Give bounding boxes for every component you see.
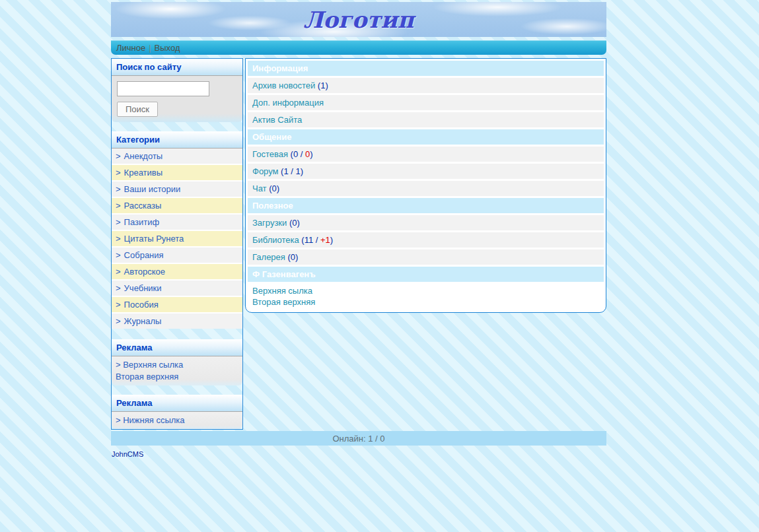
online-status: Онлайн: 1 / 0 <box>332 434 384 444</box>
menu-item-row: Гостевая (0 / 0) <box>248 147 604 162</box>
category-link[interactable]: >Собрания <box>112 248 242 263</box>
section-header-useful: Полезное <box>248 198 604 213</box>
menu-item-row: Библиотека (11 / +1) <box>248 232 604 248</box>
item-count: ) <box>310 149 312 159</box>
ads-bottom-block: > Нижняя ссылка <box>112 412 242 429</box>
chevron-prefix: > <box>116 168 121 178</box>
section-header-info: Информация <box>248 61 604 76</box>
page-container: Логотип Личное | Выход Поиск по сайту По… <box>111 0 606 459</box>
chevron-prefix: > <box>116 201 121 211</box>
category-link[interactable]: >Рассказы <box>112 198 242 213</box>
item-count: (0) <box>287 218 300 228</box>
ad-link[interactable]: > Верхняя сылка <box>116 359 238 371</box>
menu-item-row: Архив новостей (1) <box>248 78 604 93</box>
category-link[interactable]: >Креативы <box>112 165 242 180</box>
main-menu: Информация Архив новостей (1) Доп. инфор… <box>245 58 606 313</box>
category-label: Креативы <box>124 168 163 178</box>
chevron-prefix: > <box>116 267 121 277</box>
online-status-bar: Онлайн: 1 / 0 <box>111 431 606 446</box>
ad-link[interactable]: > Нижняя ссылка <box>116 415 238 426</box>
category-label: Анекдоты <box>124 151 163 161</box>
search-input[interactable] <box>117 81 209 96</box>
item-count: (11 / <box>299 235 320 245</box>
category-link[interactable]: >Ваши истории <box>112 182 242 197</box>
item-count: (1 / 1) <box>279 166 304 176</box>
menu-link[interactable]: Архив новостей <box>252 81 315 90</box>
menu-item-row: Форум (1 / 1) <box>248 164 604 179</box>
menu-link[interactable]: Библиотека <box>252 235 299 245</box>
item-count: (1) <box>315 81 328 90</box>
category-label: Собрания <box>124 250 164 260</box>
ads-top-block: > Верхняя сылка Вторая верхняя <box>112 356 242 385</box>
menu-link[interactable]: Актив Сайта <box>252 115 302 125</box>
category-label: Учебники <box>124 283 162 293</box>
nav-link-personal[interactable]: Личное <box>116 43 145 53</box>
category-link[interactable]: >Пазитиф <box>112 215 242 230</box>
item-count: ) <box>330 235 333 245</box>
menu-link[interactable]: Доп. информация <box>252 98 324 108</box>
bottom-links-block: Верхняя сылка Вторая верхняя <box>248 284 604 310</box>
menu-link[interactable]: Чат <box>252 183 267 193</box>
johncms-link[interactable]: JohnCMS <box>112 450 143 458</box>
menu-link[interactable]: Загрузки <box>252 218 287 228</box>
ads-top-title: Реклама <box>112 339 242 356</box>
search-section-title: Поиск по сайту <box>112 59 242 76</box>
category-link[interactable]: >Пособия <box>112 297 242 312</box>
menu-link[interactable]: Форум <box>252 166 279 176</box>
chevron-prefix: > <box>116 283 121 293</box>
ad-link[interactable]: Вторая верхняя <box>116 371 238 383</box>
section-header-custom: Ф Газенвагенъ <box>248 267 604 282</box>
chevron-prefix: > <box>116 217 121 227</box>
category-link[interactable]: >Авторское <box>112 264 242 279</box>
categories-section-title: Категории <box>112 131 242 149</box>
content-columns: Поиск по сайту Поиск Категории >Анекдоты… <box>111 58 606 430</box>
menu-link[interactable]: Гостевая <box>252 149 288 159</box>
category-label: Ваши истории <box>124 184 181 194</box>
menu-item-row: Доп. информация <box>248 95 604 110</box>
menu-link[interactable]: Галерея <box>252 252 285 262</box>
categories-list: >Анекдоты >Креативы >Ваши истории >Расск… <box>112 149 242 329</box>
menu-item-row: Галерея (0) <box>248 249 604 265</box>
chevron-prefix: > <box>116 184 121 194</box>
chevron-prefix: > <box>116 234 121 244</box>
category-label: Авторское <box>124 267 165 277</box>
category-link[interactable]: >Цитаты Рунета <box>112 231 242 246</box>
category-link[interactable]: >Анекдоты <box>112 149 242 164</box>
section-header-communication: Общение <box>248 129 604 145</box>
sidebar: Поиск по сайту Поиск Категории >Анекдоты… <box>111 58 243 430</box>
nav-link-logout[interactable]: Выход <box>155 43 180 53</box>
item-count: (0) <box>285 252 299 262</box>
search-box: Поиск <box>112 76 242 122</box>
chevron-prefix: > <box>116 151 121 161</box>
bottom-link[interactable]: Верхняя сылка <box>252 285 599 296</box>
category-label: Цитаты Рунета <box>124 234 184 244</box>
top-nav: Личное | Выход <box>111 40 606 55</box>
menu-item-row: Актив Сайта <box>248 112 604 127</box>
site-logo: Логотип <box>303 7 414 33</box>
chevron-prefix: > <box>116 250 121 260</box>
chevron-prefix: > <box>116 316 121 326</box>
category-label: Рассказы <box>124 201 162 211</box>
category-link[interactable]: >Журналы <box>112 314 242 329</box>
item-count-new: +1 <box>320 235 330 245</box>
category-label: Пазитиф <box>124 217 160 227</box>
chevron-prefix: > <box>116 300 121 310</box>
item-count: (0) <box>267 183 280 193</box>
search-button[interactable]: Поиск <box>117 102 158 117</box>
category-label: Журналы <box>124 316 162 326</box>
logo-banner: Логотип <box>111 2 606 37</box>
ads-bottom-title: Реклама <box>112 395 242 412</box>
item-count: (0 / <box>288 149 305 159</box>
menu-item-row: Загрузки (0) <box>248 215 604 230</box>
category-label: Пособия <box>124 300 159 310</box>
bottom-link[interactable]: Вторая верхняя <box>252 296 599 308</box>
category-link[interactable]: >Учебники <box>112 281 242 296</box>
nav-separator: | <box>149 43 151 53</box>
menu-item-row: Чат (0) <box>248 181 604 196</box>
